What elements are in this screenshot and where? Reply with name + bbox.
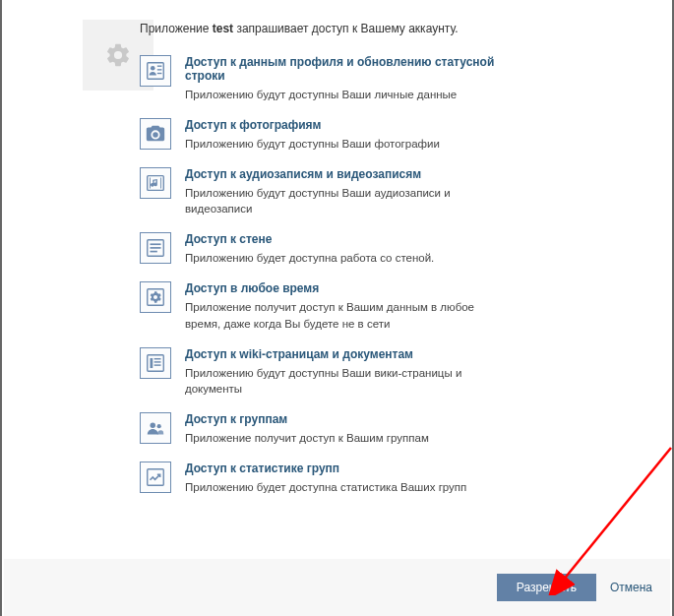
permission-description: Приложению будет доступна статистика Ваш…: [185, 479, 466, 495]
permission-description: Приложению будут доступны Ваши фотографи…: [185, 136, 440, 152]
permission-item: Доступ к wiki-страницам и документамПрил…: [140, 347, 652, 397]
profile-icon: [140, 55, 171, 87]
permission-title: Доступ к фотографиям: [185, 118, 440, 132]
auth-intro-text: Приложение test запрашивает доступ к Ваш…: [140, 20, 652, 37]
allow-button[interactable]: Разрешить: [497, 574, 596, 601]
photos-icon: [140, 118, 171, 150]
permission-title: Доступ в любое время: [185, 281, 496, 295]
permission-title: Доступ к данным профиля и обновлению ста…: [185, 55, 496, 83]
permission-description: Приложение получит доступ к Вашим группа…: [185, 430, 429, 446]
svg-rect-16: [154, 361, 161, 362]
dialog-footer: Разрешить Отмена: [4, 559, 670, 616]
groups-icon: [140, 412, 171, 444]
svg-point-1: [151, 66, 155, 71]
offline-icon: [140, 281, 171, 313]
svg-rect-12: [148, 289, 164, 306]
permission-item: Доступ в любое времяПриложение получит д…: [140, 281, 652, 331]
permission-title: Доступ к статистике групп: [185, 462, 466, 475]
permission-description: Приложение получит доступ к Вашим данным…: [185, 299, 496, 331]
svg-point-19: [157, 424, 161, 428]
permission-item: Доступ к группамПриложение получит досту…: [140, 412, 652, 446]
permission-item: Доступ к стенеПриложению будет доступна …: [140, 232, 652, 266]
svg-rect-11: [151, 251, 157, 253]
svg-rect-0: [148, 63, 164, 80]
permission-item: Доступ к данным профиля и обновлению ста…: [140, 55, 652, 102]
svg-rect-14: [151, 358, 153, 368]
audio-icon: [140, 167, 171, 199]
svg-rect-20: [148, 469, 164, 486]
app-name: test: [213, 22, 233, 35]
svg-rect-4: [157, 73, 162, 74]
svg-rect-6: [150, 178, 151, 189]
permission-description: Приложению будут доступны Ваши вики-стра…: [185, 365, 496, 397]
permission-item: Доступ к аудиозаписям и видеозаписямПрил…: [140, 167, 652, 216]
svg-rect-2: [157, 66, 162, 67]
permission-title: Доступ к wiki-страницам и документам: [185, 347, 496, 361]
permission-item: Доступ к фотографиямПриложению будут дос…: [140, 118, 652, 152]
stats-icon: [140, 462, 171, 493]
svg-rect-3: [157, 69, 162, 70]
svg-rect-17: [154, 364, 161, 365]
permission-title: Доступ к группам: [185, 412, 429, 426]
svg-rect-13: [148, 354, 164, 371]
cancel-button[interactable]: Отмена: [610, 581, 652, 594]
svg-rect-10: [151, 247, 161, 249]
permission-title: Доступ к аудиозаписям и видеозаписям: [185, 167, 496, 181]
svg-rect-15: [154, 358, 161, 359]
svg-rect-9: [151, 244, 161, 246]
svg-point-18: [151, 422, 156, 428]
permission-description: Приложению будут доступны Ваши личные да…: [185, 87, 496, 102]
docs-icon: [140, 347, 171, 379]
auth-dialog-content: Приложение test запрашивает доступ к Ваш…: [2, 0, 672, 521]
permission-item: Доступ к статистике группПриложению буде…: [140, 462, 652, 495]
svg-rect-7: [160, 178, 161, 189]
permission-description: Приложению будет доступна работа со стен…: [185, 250, 434, 266]
wall-icon: [140, 232, 171, 264]
permission-description: Приложению будут доступны Ваши аудиозапи…: [185, 185, 496, 216]
permission-title: Доступ к стене: [185, 232, 434, 246]
